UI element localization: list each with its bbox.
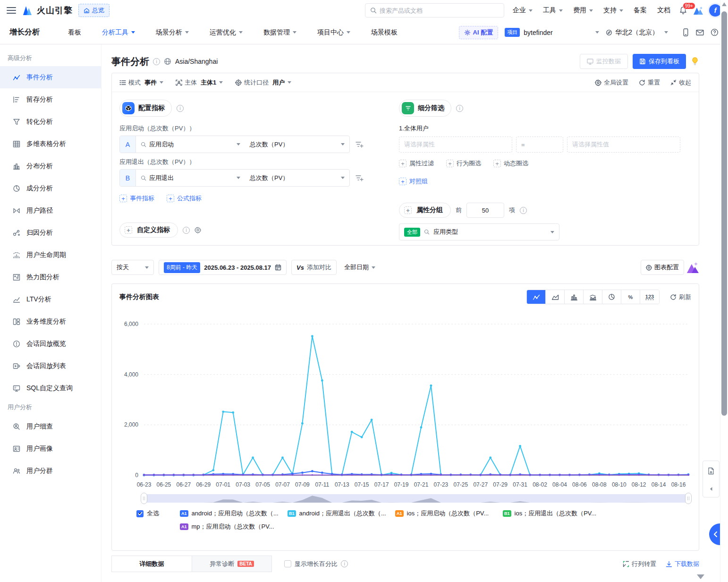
legend-item[interactable]: B1ios；应用退出（总次数（PV...: [503, 509, 610, 518]
add-filter-link[interactable]: +属性过滤: [399, 159, 434, 168]
sidebar-item[interactable]: 成分分析: [0, 177, 101, 199]
legend-select-all[interactable]: 全选: [136, 509, 180, 518]
monitor-data-button[interactable]: 监控数据: [580, 54, 628, 69]
toggle-line-chart[interactable]: [527, 290, 546, 304]
sidebar-item[interactable]: 会话回放列表: [0, 355, 101, 377]
caliber-select[interactable]: 用户: [272, 78, 291, 87]
sidebar-item[interactable]: 归因分析: [0, 222, 101, 244]
top-link[interactable]: 工具: [543, 6, 563, 15]
brush-handle-right[interactable]: [685, 493, 692, 504]
attribute-select[interactable]: 请选择属性: [399, 137, 512, 153]
sidebar-item[interactable]: 业务维度分析: [0, 310, 101, 333]
info-icon[interactable]: i: [456, 105, 463, 112]
sidebar-item[interactable]: 分布分析: [0, 155, 101, 177]
scrollbar-up-arrow[interactable]: [722, 2, 727, 6]
sidebar-item[interactable]: 留存分析: [0, 88, 101, 111]
metric-a-letter[interactable]: A: [120, 136, 136, 153]
notification-bell-icon[interactable]: 99+: [679, 6, 687, 15]
mail-icon[interactable]: [696, 29, 704, 36]
metric-a-measure-select[interactable]: 总次数（PV）: [245, 140, 349, 149]
volcengine-logo[interactable]: 火山引擎: [22, 5, 73, 16]
collapse-panel-icon[interactable]: [709, 487, 713, 491]
nav-item-active[interactable]: 分析工具: [102, 28, 135, 37]
entity-select[interactable]: 主体1: [201, 78, 223, 87]
sidebar-item[interactable]: 事件分析: [0, 66, 101, 88]
toggle-area-chart[interactable]: [546, 290, 565, 304]
menu-icon[interactable]: [7, 7, 16, 14]
add-filter-link[interactable]: +行为圈选: [446, 159, 481, 168]
growth-percent-toggle[interactable]: 显示增长百分比 i: [284, 560, 348, 568]
info-icon[interactable]: i: [520, 207, 527, 214]
tab-detail-data[interactable]: 详细数据: [111, 556, 192, 572]
top-link[interactable]: 文档: [657, 6, 670, 15]
reset-button[interactable]: 重置: [639, 78, 660, 87]
metric-a-event-select[interactable]: 应用启动: [136, 140, 245, 149]
add-formula-metric-link[interactable]: +公式指标: [167, 194, 202, 203]
top-n-input[interactable]: 50: [466, 203, 504, 218]
info-icon[interactable]: i: [153, 58, 160, 65]
mode-select[interactable]: 事件: [144, 78, 163, 87]
add-filter-icon[interactable]: [356, 174, 364, 181]
filters-header-pill[interactable]: 细分筛选: [399, 100, 451, 117]
search-input[interactable]: [380, 7, 499, 14]
global-search[interactable]: [365, 3, 504, 17]
scroll-down-indicator[interactable]: [697, 574, 704, 579]
sidebar-item[interactable]: 用户细查: [0, 415, 101, 437]
add-event-metric-link[interactable]: +事件指标: [119, 194, 154, 203]
attribute-grouping-button[interactable]: + 属性分组: [399, 203, 451, 218]
project-select[interactable]: 项目 bytefinder: [505, 28, 599, 37]
add-filter-icon[interactable]: [356, 141, 364, 148]
add-filter-link[interactable]: +动态圈选: [493, 159, 528, 168]
top-link[interactable]: 备案: [634, 6, 647, 15]
toggle-bar-line-chart[interactable]: [584, 290, 602, 304]
breakdown-select[interactable]: 全部 应用类型: [399, 223, 559, 240]
sidebar-item[interactable]: 会话回放概览: [0, 333, 101, 355]
chart-config-button[interactable]: 图表配置: [641, 260, 684, 275]
ai-assistant-icon[interactable]: [686, 261, 699, 274]
global-settings-button[interactable]: 全局设置: [595, 78, 628, 87]
metrics-header-pill[interactable]: 配置指标: [119, 100, 172, 117]
sidebar-item[interactable]: 转化分析: [0, 111, 101, 133]
sidebar-item[interactable]: 热力图分析: [0, 266, 101, 288]
gear-icon[interactable]: [195, 227, 201, 233]
chart-brush[interactable]: [144, 494, 688, 503]
nav-item-[interactable]: 数据管理: [263, 28, 296, 37]
page-scrollbar[interactable]: [720, 0, 728, 582]
toggle-number-view[interactable]: 123: [640, 290, 659, 304]
brush-handle-left[interactable]: [141, 493, 147, 504]
nav-item-[interactable]: 运营优化: [210, 28, 243, 37]
scrollbar-thumb[interactable]: [721, 11, 727, 416]
legend-item[interactable]: A1ios；应用启动（总次数（PV...: [395, 509, 503, 518]
mobile-icon[interactable]: [682, 28, 689, 36]
legend-item[interactable]: A1mp；应用启动（总次数（PV...: [180, 522, 288, 531]
add-compare-button[interactable]: Vs添加对比: [291, 260, 337, 275]
save-to-dashboard-button[interactable]: 保存到看板: [633, 54, 686, 69]
add-control-group-link[interactable]: +对照组: [399, 177, 428, 186]
sidebar-item[interactable]: 多维表格分析: [0, 133, 101, 155]
tab-anomaly-diagnosis[interactable]: 异常诊断BETA: [192, 556, 272, 572]
region-select[interactable]: 华北2（北京）: [606, 28, 668, 37]
granularity-select[interactable]: 按天: [111, 260, 154, 275]
top-link[interactable]: 费用: [573, 6, 593, 15]
overview-pill[interactable]: 总览: [78, 4, 110, 17]
legend-item[interactable]: B1android；应用退出（总次数（...: [288, 509, 395, 518]
sidebar-item[interactable]: 用户生命周期: [0, 244, 101, 266]
nav-item-[interactable]: 看板: [68, 28, 81, 37]
attribute-value-select[interactable]: 请选择属性值: [567, 137, 680, 153]
lightbulb-icon[interactable]: [691, 57, 699, 66]
download-data-button[interactable]: 下载数据: [666, 560, 699, 568]
help-icon[interactable]: [711, 28, 719, 36]
date-range-picker[interactable]: 8周前 - 昨天 2025.06.23 - 2025.08.17: [159, 260, 287, 275]
metric-b-letter[interactable]: B: [120, 170, 136, 186]
sidebar-item[interactable]: 用户路径: [0, 199, 101, 222]
transpose-button[interactable]: 行列转置: [623, 560, 656, 568]
sidebar-item[interactable]: LTV分析: [0, 288, 101, 310]
toggle-pie-chart[interactable]: [602, 290, 621, 304]
operator-select[interactable]: =: [516, 137, 563, 153]
collapse-button[interactable]: 收起: [670, 78, 691, 87]
refresh-button[interactable]: 刷新: [670, 293, 691, 301]
custom-metric-button[interactable]: + 自定义指标: [119, 223, 178, 238]
toggle-bar-chart[interactable]: [565, 290, 584, 304]
nav-item-[interactable]: 场景分析: [156, 28, 189, 37]
metric-b-measure-select[interactable]: 总次数（PV）: [245, 174, 349, 182]
